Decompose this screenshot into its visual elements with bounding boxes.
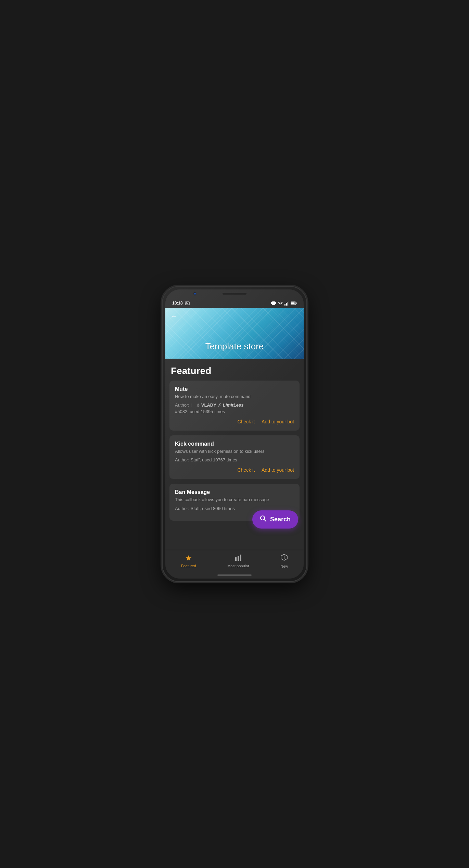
chart-icon: [234, 554, 242, 563]
status-icons: [271, 301, 297, 306]
card-actions-kick: Check it Add to your bot: [175, 467, 294, 473]
card-author-mute: Author: ! ☣ VLADY ✗ LimitLess #5082, use…: [175, 402, 294, 414]
card-desc-mute: How to make an easy, mute command: [175, 394, 294, 400]
svg-rect-17: [238, 556, 239, 561]
signal-icon: [284, 301, 289, 306]
header-banner: ← Template store: [165, 308, 304, 359]
content-area[interactable]: Featured Mute How to make an easy, mute …: [165, 359, 304, 550]
search-fab[interactable]: Search: [252, 510, 298, 529]
speaker: [223, 293, 246, 295]
svg-rect-4: [275, 302, 276, 304]
card-actions-mute: Check it Add to your bot: [175, 418, 294, 425]
svg-rect-7: [287, 302, 288, 306]
status-bar: 18:18: [165, 298, 304, 308]
search-fab-icon: [260, 515, 267, 524]
search-icon: [260, 515, 267, 522]
battery-icon: [291, 301, 297, 305]
card-desc-kick: Allows user with kick permission to kick…: [175, 448, 294, 455]
nav-featured-label: Featured: [181, 564, 196, 568]
status-time: 18:18: [172, 301, 190, 306]
back-button[interactable]: ←: [171, 312, 178, 320]
card-title-ban: Ban Message: [175, 489, 294, 495]
phone-screen: 18:18: [165, 289, 304, 579]
svg-text:!: !: [283, 555, 285, 559]
check-it-button-mute[interactable]: Check it: [237, 418, 255, 425]
svg-line-15: [264, 520, 266, 522]
nav-featured[interactable]: ★ Featured: [176, 552, 202, 570]
star-icon: ★: [185, 554, 192, 563]
author-name-limitless: LimitLess: [223, 402, 244, 408]
wifi-icon: [278, 301, 283, 306]
add-to-bot-button-kick[interactable]: Add to your bot: [262, 467, 294, 473]
svg-rect-18: [240, 555, 241, 561]
section-featured: Featured: [165, 359, 304, 381]
author-icon-mute: ☣: [196, 402, 200, 408]
svg-rect-10: [291, 302, 295, 304]
card-mute: Mute How to make an easy, mute command A…: [169, 381, 300, 431]
bar-chart-icon: [234, 555, 242, 561]
card-author-kick: Author: Staff, used 10767 times: [175, 457, 294, 462]
check-it-button-kick[interactable]: Check it: [237, 467, 255, 473]
card-kick: Kick command Allows user with kick permi…: [169, 435, 300, 479]
svg-rect-8: [289, 301, 289, 306]
svg-rect-5: [284, 304, 286, 306]
card-title-kick: Kick command: [175, 441, 294, 447]
exclamation-badge-icon: !: [280, 554, 288, 561]
vibrate-icon: [271, 301, 276, 306]
image-icon: [185, 301, 190, 305]
svg-rect-3: [271, 302, 272, 304]
home-bar: [217, 574, 252, 576]
nav-new-label: New: [280, 564, 288, 568]
author-name-vlady: VLADY: [201, 402, 216, 408]
svg-rect-11: [296, 302, 297, 304]
banner-title: Template store: [165, 341, 304, 352]
camera: [193, 292, 197, 296]
svg-rect-16: [235, 557, 237, 561]
svg-rect-2: [272, 301, 275, 305]
card-title-mute: Mute: [175, 386, 294, 392]
nav-popular-label: Most popular: [227, 564, 249, 568]
new-icon: !: [280, 554, 288, 563]
nav-new[interactable]: ! New: [275, 551, 293, 570]
add-to-bot-button-mute[interactable]: Add to your bot: [262, 418, 294, 425]
search-fab-label: Search: [270, 516, 291, 523]
card-desc-ban: This callback allows you to create ban m…: [175, 497, 294, 503]
bottom-nav: ★ Featured Most popular !: [165, 550, 304, 572]
nav-most-popular[interactable]: Most popular: [222, 552, 255, 570]
svg-rect-6: [286, 303, 287, 306]
phone-frame: 18:18: [163, 287, 306, 581]
home-indicator: [165, 572, 304, 579]
